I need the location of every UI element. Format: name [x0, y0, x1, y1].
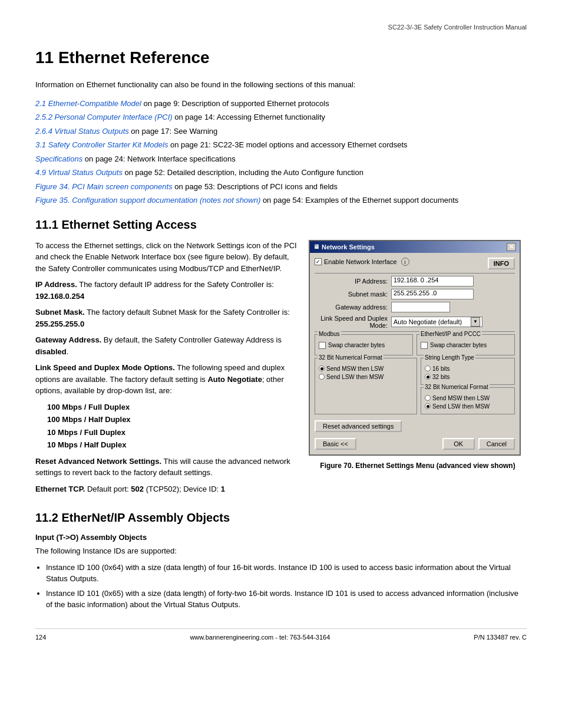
- toc-link-4[interactable]: 3.1 Safety Controller Starter Kit Models: [35, 140, 168, 149]
- gateway-para: Gateway Address. By default, the Safety …: [35, 334, 297, 357]
- dialog-title: Network Settings: [322, 243, 375, 251]
- subnet-row: Subnet mask: 255.255.255 .0: [315, 289, 515, 299]
- string-length-title: String Length Type: [424, 354, 475, 361]
- instance-ids-intro: The following Instance IDs are supported…: [35, 545, 527, 557]
- duplex-option-2: 100 Mbps / Half Duplex: [47, 414, 297, 426]
- page-footer: 124 www.bannerengineering.com - tel: 763…: [35, 628, 527, 641]
- figure-caption: Figure 70. Ethernet Settings Menu (advan…: [309, 460, 527, 471]
- section-11-2-subsection: Input (T->O) Assembly Objects: [35, 533, 527, 542]
- dialog-icon: 🖥: [313, 243, 319, 250]
- chapter-title: 11 Ethernet Reference: [35, 48, 527, 67]
- ethernet-swap-label: Swap character bytes: [430, 342, 487, 348]
- format32-group-right: 32 Bit Numerical Format Send MSW then LS…: [421, 387, 515, 414]
- header-title: SC22-3/-3E Safety Controller Instruction…: [388, 24, 527, 31]
- subnet-field[interactable]: 255.255.255 .0: [391, 289, 474, 299]
- bottom-groups-row: 32 Bit Numerical Format Send MSW then LS…: [315, 358, 515, 414]
- dialog-close-button[interactable]: ✕: [507, 243, 516, 251]
- list-item-2: Instance ID 101 (0x65) with a size (data…: [46, 588, 527, 611]
- gateway-field[interactable]: [391, 302, 450, 312]
- top-groups-row: Modbus Swap character bytes EtherNet/IP …: [315, 334, 515, 355]
- info-button[interactable]: INFO: [488, 258, 515, 269]
- ip-address-para: IP Address. The factory default IP addre…: [35, 279, 297, 302]
- toc-item-8: Figure 35. Configuration support documen…: [35, 195, 527, 206]
- enable-checkbox[interactable]: ✓: [315, 258, 322, 265]
- toc-link-6[interactable]: 4.9 Virtual Status Outputs: [35, 168, 123, 177]
- toc-links: 2.1 Ethernet-Compatible Model on page 9:…: [35, 98, 527, 206]
- dialog-body: ✓ Enable Network Interface i INFO IP Add…: [310, 253, 520, 454]
- toc-link-2[interactable]: 2.5.2 Personal Computer Interface (PCI): [35, 113, 173, 121]
- dialog-titlebar: 🖥 Network Settings ✕: [310, 241, 520, 253]
- toc-link-8[interactable]: Figure 35. Configuration support documen…: [35, 196, 260, 205]
- section-11-1-left: To access the Ethernet settings, click o…: [35, 240, 297, 500]
- radio-msw-lsw-1: Send MSW then LSW: [319, 365, 413, 372]
- radio-msw-lsw-2-btn[interactable]: [425, 395, 431, 401]
- chapter-intro: Information on Ethernet functionality ca…: [35, 79, 527, 91]
- modbus-group: Modbus Swap character bytes: [315, 334, 413, 355]
- toc-item-7: Figure 34. PCI Main screen components on…: [35, 181, 527, 193]
- link-speed-para: Link Speed and Duplex Mode Options. The …: [35, 362, 297, 397]
- enable-network-row: ✓ Enable Network Interface i INFO: [315, 258, 515, 269]
- footer-page-number: 124: [35, 634, 46, 641]
- radio-lsw-msw-1: Send LSW then MSW: [319, 374, 413, 380]
- toc-item-6: 4.9 Virtual Status Outputs on page 52: D…: [35, 167, 527, 179]
- duplex-option-1: 100 Mbps / Full Duplex: [47, 401, 297, 413]
- ok-button[interactable]: OK: [442, 438, 475, 450]
- modbus-group-title: Modbus: [318, 331, 341, 337]
- link-speed-row: Link Speed and Duplex Mode: Auto Negotia…: [315, 315, 515, 329]
- ethernet-group-title: EtherNet/IP and PCCC: [419, 331, 482, 337]
- section-11-1-title: 11.1 Ethernet Setting Access: [35, 218, 527, 232]
- string-length-group: String Length Type 16 bits 32 bits: [421, 358, 515, 385]
- separator-1: [315, 273, 515, 274]
- cancel-button[interactable]: Cancel: [478, 438, 515, 450]
- ethernet-group: EtherNet/IP and PCCC Swap character byte…: [416, 334, 515, 355]
- basic-button[interactable]: Basic <<: [315, 438, 356, 450]
- toc-link-7[interactable]: Figure 34. PCI Main screen components: [35, 182, 173, 191]
- radio-32bits-btn[interactable]: [425, 374, 431, 380]
- ethernet-swap-row: Swap character bytes: [421, 342, 511, 349]
- toc-item-3: 2.6.4 Virtual Status Outputs on page 17:…: [35, 126, 527, 137]
- gateway-field-label: Gateway address:: [315, 304, 391, 311]
- toc-link-5[interactable]: Specifications: [35, 154, 82, 163]
- footer-part-number: P/N 133487 rev. C: [474, 634, 527, 641]
- page-header: SC22-3/-3E Safety Controller Instruction…: [35, 24, 527, 31]
- toc-item-1: 2.1 Ethernet-Compatible Model on page 9:…: [35, 98, 527, 110]
- ip-row: IP Address: 192.168. 0 .254: [315, 276, 515, 286]
- subnet-field-label: Subnet mask:: [315, 291, 391, 298]
- reset-advanced-button[interactable]: Reset advanced settings: [315, 420, 402, 432]
- radio-msw-lsw-2: Send MSW then LSW: [425, 395, 511, 401]
- modbus-swap-label: Swap character bytes: [328, 342, 385, 348]
- ip-field-label: IP Address:: [315, 278, 391, 285]
- radio-lsw-msw-1-btn[interactable]: [319, 374, 325, 380]
- dialog-action-buttons: Basic << OK Cancel: [315, 436, 515, 450]
- ethernet-access-para: To access the Ethernet settings, click o…: [35, 240, 297, 275]
- toc-item-5: Specifications on page 24: Network Inter…: [35, 153, 527, 165]
- footer-website: www.bannerengineering.com - tel: 763-544…: [190, 634, 330, 641]
- gateway-row: Gateway address:: [315, 302, 515, 312]
- radio-16bits: 16 bits: [425, 365, 511, 372]
- duplex-option-4: 10 Mbps / Half Duplex: [47, 439, 297, 451]
- ip-field[interactable]: 192.168. 0 .254: [391, 276, 474, 286]
- ethernet-swap-checkbox[interactable]: [421, 342, 428, 349]
- toc-link-3[interactable]: 2.6.4 Virtual Status Outputs: [35, 127, 129, 136]
- radio-16bits-btn[interactable]: [425, 365, 431, 371]
- section-11-2-title: 11.2 EtherNet/IP Assembly Objects: [35, 511, 527, 525]
- modbus-swap-row: Swap character bytes: [319, 342, 409, 349]
- reset-para: Reset Advanced Network Settings. This wi…: [35, 456, 297, 479]
- toc-item-2: 2.5.2 Personal Computer Interface (PCI) …: [35, 111, 527, 123]
- dialog-column: 🖥 Network Settings ✕ ✓ Enable Network In…: [309, 240, 527, 500]
- radio-lsw-msw-2: Send LSW then MSW: [425, 403, 511, 410]
- enable-label: Enable Network Interface: [324, 258, 397, 265]
- toc-link-1[interactable]: 2.1 Ethernet-Compatible Model: [35, 99, 141, 108]
- format32-right-title: 32 Bit Numerical Format: [424, 384, 490, 390]
- list-item-1: Instance ID 100 (0x64) with a size (data…: [46, 562, 527, 585]
- modbus-swap-checkbox[interactable]: [319, 342, 326, 349]
- radio-32bits: 32 bits: [425, 374, 511, 380]
- tcp-para: Ethernet TCP. Default port: 502 (TCP502)…: [35, 483, 297, 495]
- network-settings-dialog: 🖥 Network Settings ✕ ✓ Enable Network In…: [309, 240, 521, 456]
- dialog-bottom-buttons: Reset advanced settings: [315, 418, 515, 432]
- radio-lsw-msw-2-btn[interactable]: [425, 403, 431, 409]
- link-speed-dropdown[interactable]: Auto Negotiate (default) ▼: [391, 317, 482, 327]
- dropdown-arrow-icon[interactable]: ▼: [471, 317, 480, 327]
- radio-msw-lsw-1-btn[interactable]: [319, 365, 325, 371]
- right-groups-col: String Length Type 16 bits 32 bits: [421, 358, 515, 414]
